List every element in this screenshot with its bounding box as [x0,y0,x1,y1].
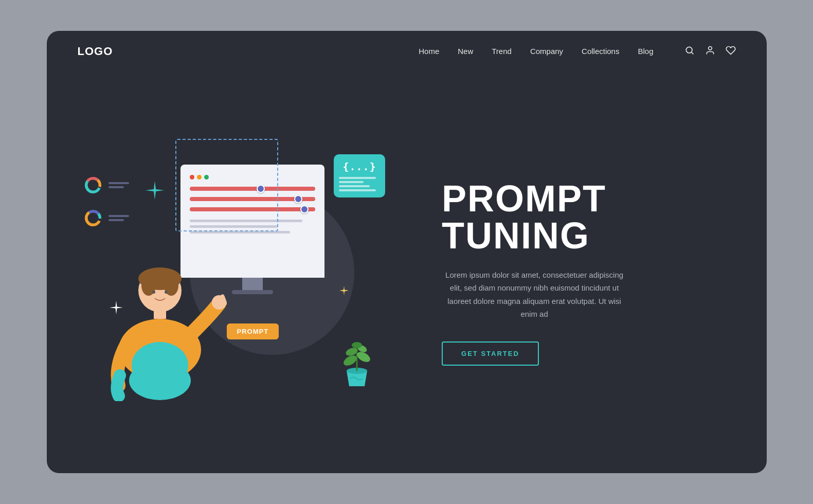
svg-point-27 [352,342,362,348]
dashed-selection-box [175,139,278,231]
heart-icon[interactable] [726,45,736,58]
slider-thumb-3[interactable] [300,205,309,213]
svg-point-0 [686,47,692,53]
hero-subtitle: Lorem ipsum dolor sit amet, consectetuer… [442,268,627,321]
nav-item-blog[interactable]: Blog [638,47,653,56]
hero-title: PROMPT TUNING [442,180,606,254]
nav-item-new[interactable]: New [458,47,473,56]
nav-icons [684,45,736,58]
sparkle-star-yellow [339,285,349,298]
donut-lines-1 [109,182,129,188]
svg-point-2 [708,46,712,50]
logo: LOGO [78,45,113,58]
nav-item-home[interactable]: Home [419,47,439,56]
search-icon[interactable] [684,45,695,58]
svg-rect-17 [154,309,166,319]
nav-item-company[interactable]: Company [530,47,563,56]
code-card-lines [339,177,380,191]
nav-item-collections[interactable]: Collections [582,47,619,56]
nav-links: Home New Trend Company Collections Blog [419,47,653,56]
code-braces-text: {...} [339,160,380,173]
donut-line [109,182,129,184]
user-icon[interactable] [705,45,715,58]
svg-point-16 [165,291,168,294]
get-started-button[interactable]: GET STARTED [442,341,539,366]
plant-decoration [339,332,375,391]
hero-title-line2: TUNING [442,215,590,256]
monitor-base [232,290,273,294]
page-container: LOGO Home New Trend Company Collections … [47,31,767,473]
code-card: {...} [334,154,385,197]
navbar: LOGO Home New Trend Company Collections … [47,31,767,72]
svg-point-20 [129,361,191,400]
svg-line-1 [691,52,693,54]
code-line [339,177,376,179]
svg-point-15 [152,291,155,294]
illustration-area: {...} PROMPT [78,123,401,422]
prompt-badge: PROMPT [227,323,279,339]
donut-line [109,186,124,188]
donut-chart-1 [83,175,103,195]
nav-item-trend[interactable]: Trend [492,47,512,56]
monitor-stand [242,278,263,290]
code-line [339,181,364,183]
donut-row-1 [83,175,129,195]
hero-title-line1: PROMPT [442,178,606,219]
sparkle-star-teal [144,180,165,205]
hero-text-area: PROMPT TUNING Lorem ipsum dolor sit amet… [421,180,735,366]
sparkle-star-white [109,300,124,319]
slider-thumb-2[interactable] [294,195,302,203]
code-line [339,189,376,191]
code-line [339,185,370,187]
main-content: {...} PROMPT [47,72,767,473]
